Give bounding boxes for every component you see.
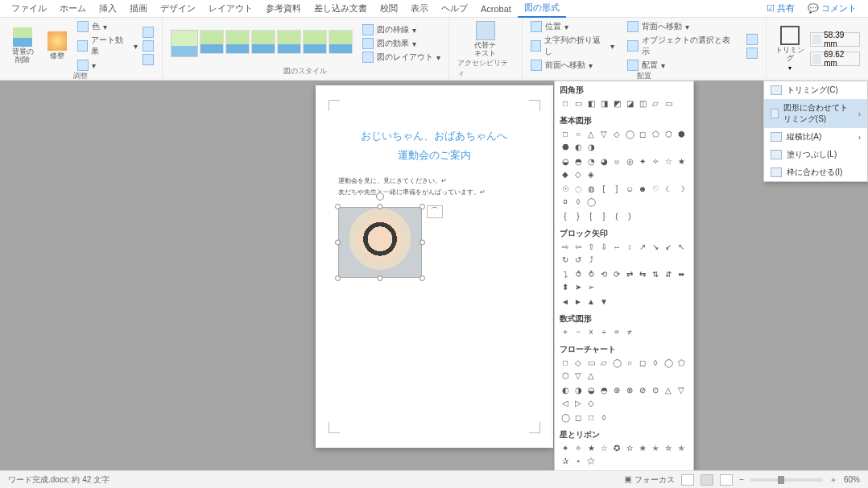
shape-option[interactable]: ↙ xyxy=(663,241,674,252)
tab-view[interactable]: 表示 xyxy=(404,0,435,17)
shape-option[interactable]: ◻ xyxy=(637,128,648,139)
shape-option[interactable]: ⟲ xyxy=(598,268,610,279)
rotate-handle[interactable] xyxy=(376,192,384,201)
share-button[interactable]: ☑ 共有 xyxy=(760,2,801,14)
shape-option[interactable]: } xyxy=(572,210,584,221)
position-button[interactable]: 位置 ▾ xyxy=(531,21,614,32)
shape-option[interactable]: ¤ xyxy=(560,196,571,207)
alt-text-button[interactable]: 代替テ キスト xyxy=(470,21,501,58)
shape-option[interactable]: ▽ xyxy=(572,370,584,381)
shape-option[interactable]: ◯ xyxy=(611,357,622,368)
shape-option[interactable]: ◫ xyxy=(637,97,648,109)
shape-option[interactable]: ⇩ xyxy=(598,241,610,252)
shape-option[interactable]: ☺ xyxy=(624,183,635,194)
shape-option[interactable]: ▭ xyxy=(572,97,584,109)
shape-option[interactable]: ▽ xyxy=(598,128,610,139)
corrections-button[interactable]: 修整 xyxy=(43,31,72,60)
shape-option[interactable]: ) xyxy=(624,210,635,221)
shape-option[interactable]: ⇄ xyxy=(624,268,635,279)
shape-option[interactable]: ↺ xyxy=(572,254,584,265)
shape-option[interactable]: ✫ xyxy=(624,442,635,453)
shape-option[interactable]: ↘ xyxy=(650,241,661,252)
shape-option[interactable]: ○ xyxy=(624,357,635,368)
shape-option[interactable]: － xyxy=(572,326,584,337)
shape-option[interactable]: ◄ xyxy=(560,296,571,307)
shape-option[interactable]: ◩ xyxy=(611,97,622,109)
shape-option[interactable]: ✧ xyxy=(572,442,584,453)
resize-handle[interactable] xyxy=(335,275,341,281)
shape-option[interactable]: ▭ xyxy=(663,97,674,109)
shape-option[interactable]: ☆ xyxy=(663,155,674,167)
resize-handle[interactable] xyxy=(377,204,382,209)
layout-options-icon[interactable]: ⌒ xyxy=(427,205,443,218)
shape-option[interactable]: ✯ xyxy=(676,442,687,453)
resize-handle[interactable] xyxy=(377,275,382,281)
shape-option[interactable]: ◁ xyxy=(560,397,571,408)
shape-option[interactable]: ◒ xyxy=(585,384,597,395)
tab-mailings[interactable]: 差し込み文書 xyxy=(308,0,374,17)
shape-option[interactable]: ↖ xyxy=(676,241,687,252)
align-button[interactable]: 配置 ▾ xyxy=(627,60,735,71)
shape-option[interactable]: ◓ xyxy=(598,384,610,395)
shape-option[interactable]: ⊙ xyxy=(650,384,661,395)
shape-option[interactable]: ► xyxy=(572,296,584,307)
shape-option[interactable]: × xyxy=(585,326,597,337)
crop-menu-item[interactable]: 縦横比(A)› xyxy=(764,128,867,146)
shape-option[interactable]: ◈ xyxy=(585,168,597,180)
shape-option[interactable]: ☻ xyxy=(637,183,648,194)
shape-option[interactable]: [ xyxy=(598,183,610,194)
shape-option[interactable]: ◪ xyxy=(624,97,635,109)
tab-design[interactable]: デザイン xyxy=(154,0,202,17)
shape-option[interactable]: ✭ xyxy=(650,442,661,453)
tab-help[interactable]: ヘルプ xyxy=(435,0,474,17)
shape-option[interactable]: ➤ xyxy=(572,281,584,292)
shape-option[interactable]: ⇧ xyxy=(585,241,597,252)
picture-border-button[interactable]: 図の枠線 ▾ xyxy=(362,24,440,35)
style-thumb[interactable] xyxy=(277,30,301,54)
shape-option[interactable]: ▱ xyxy=(598,357,610,368)
shape-option[interactable]: [ xyxy=(585,210,597,221)
shape-option[interactable]: ⌾ xyxy=(611,155,622,167)
view-web[interactable] xyxy=(720,474,733,486)
shape-option[interactable]: □ xyxy=(560,357,571,368)
shape-option[interactable]: ☾ xyxy=(663,183,674,194)
other-button[interactable]: ▾ xyxy=(77,60,138,71)
tab-draw[interactable]: 描画 xyxy=(123,0,154,17)
shape-option[interactable]: ＋ xyxy=(560,326,571,337)
focus-button[interactable]: ▣ フォーカス xyxy=(624,474,675,486)
shape-option[interactable]: ◑ xyxy=(585,141,597,152)
shape-option[interactable]: ⥀ xyxy=(572,268,584,279)
style-thumb[interactable] xyxy=(329,30,353,54)
shape-option[interactable]: ♡ xyxy=(650,183,661,194)
shape-option[interactable]: ○ xyxy=(572,128,584,139)
shape-option[interactable]: ⬡ xyxy=(663,128,674,139)
shape-option[interactable]: ◊ xyxy=(572,196,584,207)
shape-option[interactable]: ☆ xyxy=(598,442,610,453)
shape-option[interactable]: ✬ xyxy=(637,442,648,453)
shape-option[interactable]: ⇅ xyxy=(650,268,661,279)
shape-option[interactable]: ⋆ xyxy=(572,455,584,466)
zoom-out[interactable]: − xyxy=(739,475,744,484)
shape-option[interactable]: ▱ xyxy=(650,97,661,109)
shape-option[interactable]: ⬡ xyxy=(560,370,571,381)
tab-home[interactable]: ホーム xyxy=(53,0,93,17)
shape-option[interactable]: ◑ xyxy=(572,384,584,395)
selected-image[interactable]: ⌒ xyxy=(338,207,422,278)
picture-layout-button[interactable]: 図のレイアウト ▾ xyxy=(362,52,440,63)
wrap-text-button[interactable]: 文字列の折り返し ▾ xyxy=(531,35,614,57)
style-thumb[interactable] xyxy=(303,30,327,54)
width-input[interactable]: 69.62 mm xyxy=(810,52,860,66)
shape-option[interactable]: ◯ xyxy=(624,128,635,139)
crop-menu-item[interactable]: 図形に合わせてトリミング(S)› xyxy=(764,99,867,128)
shape-option[interactable]: ⬠ xyxy=(676,357,687,368)
shape-option[interactable]: ◔ xyxy=(585,155,597,167)
shape-option[interactable]: ▽ xyxy=(676,384,687,395)
shape-option[interactable]: ⚝ xyxy=(585,455,597,466)
style-thumb[interactable] xyxy=(171,30,198,57)
shape-option[interactable]: ◧ xyxy=(585,97,597,109)
change-icon[interactable] xyxy=(143,40,154,52)
shape-option[interactable]: ⊕ xyxy=(611,384,622,395)
shape-option[interactable]: ⬌ xyxy=(676,268,687,279)
shape-option[interactable]: ◎ xyxy=(624,155,635,167)
shape-option[interactable]: ≠ xyxy=(624,326,635,337)
